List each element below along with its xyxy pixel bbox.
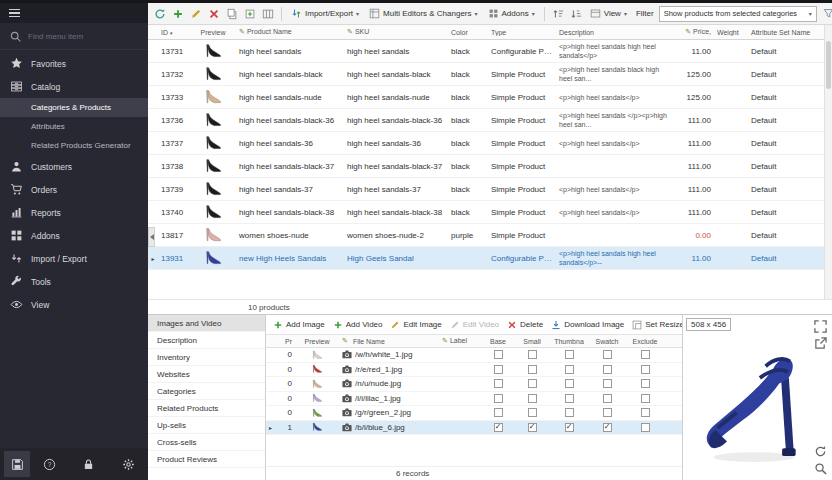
column-header-weight[interactable]: Weight (714, 29, 748, 36)
checkbox-thumbnail[interactable] (565, 350, 574, 359)
column-header-id[interactable]: ID▾ (158, 29, 190, 36)
columns-icon[interactable] (260, 6, 276, 22)
column-header-swatch[interactable]: Swatch (589, 338, 625, 345)
image-row[interactable]: ▸1/b/l/blue_6.jpg (266, 421, 682, 436)
sidebar-item-categories-products[interactable]: Categories & Products (0, 98, 148, 117)
column-header-color[interactable]: Color (448, 29, 488, 36)
column-header-product-name[interactable]: ✎Product Name (236, 28, 344, 36)
checkbox-thumbnail[interactable] (565, 379, 574, 388)
sort-asc-icon[interactable] (550, 6, 566, 22)
checkbox-thumbnail[interactable] (565, 394, 574, 403)
sidebar-item-attributes[interactable]: Attributes (0, 117, 148, 136)
table-row[interactable]: 13817women shoes-nudewomen shoes-nude-2p… (148, 224, 832, 247)
category-filter-select[interactable]: Show products from selected categories▾ (659, 6, 817, 22)
checkbox-base[interactable] (494, 365, 503, 374)
menu-icon[interactable] (9, 9, 20, 18)
checkbox-thumbnail[interactable] (565, 365, 574, 374)
checkbox-exclude[interactable] (641, 408, 650, 417)
checkbox-small[interactable] (528, 408, 537, 417)
column-header-attribute-set-name[interactable]: Attribute Set Name (748, 29, 824, 36)
menu-addons[interactable]: Addons▾ (484, 5, 539, 23)
add-video-button[interactable]: Add Video (333, 320, 383, 330)
checkbox-small[interactable] (528, 394, 537, 403)
image-row[interactable]: 0/l/i/lilac_1.jpg (266, 392, 682, 407)
checkbox-exclude[interactable] (641, 350, 650, 359)
edit-icon[interactable] (188, 6, 204, 22)
tab-up-sells[interactable]: Up-sells (148, 417, 265, 434)
menu-filters[interactable]: Filters▾ (819, 5, 832, 23)
lock-icon[interactable] (82, 458, 95, 471)
sidebar-item-favorites[interactable]: Favorites (0, 52, 148, 75)
checkbox-swatch[interactable] (603, 365, 612, 374)
table-row[interactable]: 13740high heel sandals-black-38high heel… (148, 201, 832, 224)
checkbox-small[interactable] (528, 423, 537, 432)
checkbox-exclude[interactable] (641, 394, 650, 403)
sidebar-item-customers[interactable]: Customers (0, 155, 148, 178)
tab-websites[interactable]: Websites (148, 366, 265, 383)
refresh-icon[interactable] (152, 6, 168, 22)
column-header-description[interactable]: Description (556, 28, 674, 37)
table-row[interactable]: 13731high heel sandalshigh heel sandalsb… (148, 40, 832, 63)
zoom-icon[interactable] (814, 462, 827, 475)
table-row[interactable]: 13732high heel sandals-blackhigh heel sa… (148, 63, 832, 86)
sidebar-item-tools[interactable]: Tools (0, 270, 148, 293)
sort-desc-icon[interactable] (568, 6, 584, 22)
column-header-preview[interactable]: Preview (295, 338, 339, 345)
checkbox-base[interactable] (494, 394, 503, 403)
duplicate-icon[interactable] (242, 6, 258, 22)
checkbox-exclude[interactable] (641, 379, 650, 388)
menu-import-export[interactable]: Import/Export▾ (287, 5, 363, 23)
fullscreen-icon[interactable] (814, 320, 827, 333)
column-header-pr[interactable]: Pr (275, 338, 295, 345)
rotate-icon[interactable] (814, 445, 827, 458)
tab-related-products[interactable]: Related Products (148, 400, 265, 417)
column-header-base[interactable]: Base (481, 338, 515, 345)
checkbox-base[interactable] (494, 350, 503, 359)
help-icon[interactable]: ? (43, 458, 56, 471)
add-icon[interactable] (170, 6, 186, 22)
scrollbar-thumb[interactable] (826, 41, 831, 89)
delete-button[interactable]: Delete (507, 320, 543, 330)
delete-icon[interactable] (206, 6, 222, 22)
sidebar-item-view[interactable]: View (0, 293, 148, 316)
search-input[interactable] (28, 32, 139, 41)
checkbox-base[interactable] (494, 379, 503, 388)
tab-categories[interactable]: Categories (148, 383, 265, 400)
gear-icon[interactable] (122, 458, 135, 471)
column-header-exclude[interactable]: Exclude (625, 338, 665, 345)
checkbox-swatch[interactable] (603, 394, 612, 403)
table-row[interactable]: 13739high heel sandals-37high heel sanda… (148, 178, 832, 201)
sidebar-item-reports[interactable]: Reports (0, 201, 148, 224)
image-row[interactable]: 0/g/r/green_2.jpg (266, 406, 682, 421)
checkbox-small[interactable] (528, 379, 537, 388)
column-header-label[interactable]: ✎Label (439, 337, 481, 345)
set-resize-rule-button[interactable]: Set Resize Rule▾ (632, 320, 682, 330)
add-image-button[interactable]: Add Image (273, 320, 325, 330)
checkbox-swatch[interactable] (603, 423, 612, 432)
copy-icon[interactable] (224, 6, 240, 22)
vertical-scrollbar[interactable] (824, 25, 832, 299)
tab-cross-sells[interactable]: Cross-sells (148, 434, 265, 451)
checkbox-small[interactable] (528, 365, 537, 374)
checkbox-small[interactable] (528, 350, 537, 359)
checkbox-base[interactable] (494, 423, 503, 432)
table-row[interactable]: ▸13931new High Heels SandalsHigh Geels S… (148, 247, 832, 270)
column-header-small[interactable]: Small (515, 338, 549, 345)
table-row[interactable]: 13737high heel sandals-36high heel sanda… (148, 132, 832, 155)
column-header-thumbna[interactable]: Thumbna (549, 338, 589, 345)
sidebar-collapse-handle[interactable] (148, 227, 155, 247)
image-row[interactable]: 0/w/h/white_1.jpg (266, 348, 682, 363)
tab-description[interactable]: Description (148, 332, 265, 349)
checkbox-exclude[interactable] (641, 365, 650, 374)
sidebar-item-orders[interactable]: Orders (0, 178, 148, 201)
tab-product-reviews[interactable]: Product Reviews (148, 451, 265, 468)
save-tile[interactable] (4, 451, 30, 477)
column-header-price[interactable]: ✎Price, (674, 28, 714, 36)
open-external-icon[interactable] (814, 337, 827, 350)
checkbox-exclude[interactable] (641, 423, 650, 432)
column-header-file-name[interactable]: ✎File Name (339, 337, 439, 345)
image-row[interactable]: 0/r/e/red_1.jpg (266, 363, 682, 378)
menu-multi-editors-changers[interactable]: Multi Editors & Changers▾ (365, 5, 482, 23)
checkbox-thumbnail[interactable] (565, 408, 574, 417)
image-row[interactable]: 0/n/u/nude.jpg (266, 377, 682, 392)
